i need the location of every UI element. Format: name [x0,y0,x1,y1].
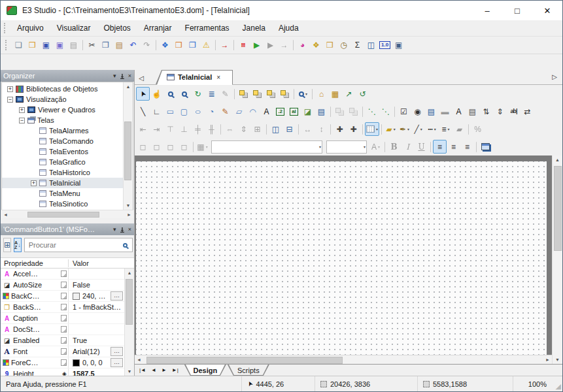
separator[interactable]: ▾ [193,142,194,152]
scroll-left-icon[interactable]: ◄ [1,210,10,219]
ellipsis-button[interactable]: … [111,358,123,367]
nudge-vertical-button[interactable]: ✚▾ [347,122,360,136]
separator[interactable]: ▾ [312,89,313,99]
panel-menu-icon[interactable]: ▾ [113,226,116,233]
menu-item[interactable]: Ferramentas [179,22,236,35]
line-tool-button[interactable]: ╲▾ [136,105,150,118]
tab-scroll-back-icon[interactable]: ◁ [135,71,148,84]
same-width-button[interactable]: ⇔▾ [223,122,237,136]
text-align-left-button[interactable]: ≡▾ [433,140,447,154]
menu-item[interactable]: Janela [236,22,272,35]
alarm-viewer-button[interactable]: ⌂▾ [315,87,328,101]
scrollbar-tool-button[interactable]: ⇕▾ [493,105,507,118]
scroll-left-icon[interactable]: ◄ [135,355,143,364]
text-tool-button[interactable]: A▾ [260,105,273,118]
combobox-tool-button[interactable]: ▤▾ [424,105,438,118]
canvas-hscrollbar[interactable]: ◄ ► [135,355,552,364]
export-button[interactable]: →▾ [218,39,231,52]
bring-forward-button[interactable]: ▾ [264,87,278,101]
query-button[interactable]: ↺▾ [356,87,369,101]
textbox-tool-button[interactable]: ab|▾ [507,105,520,118]
tree-item[interactable]: TelaMenu [2,188,123,199]
separator[interactable]: ▾ [266,124,267,135]
background-fill-button[interactable]: ▰▾ [452,122,466,136]
tree-item[interactable]: − Telas [2,115,123,125]
scrollbar-thumb[interactable] [554,166,562,251]
ellipsis-button[interactable]: … [111,291,123,301]
tree-expander[interactable]: − [19,118,25,123]
organizer-hscrollbar[interactable]: ◄ ► [1,210,133,218]
property-row[interactable]: A DocSt… … [1,324,124,335]
size-height-button[interactable]: ◻▾ [150,140,163,154]
arc-tool-button[interactable]: ◔▾ [205,105,218,118]
center-vertical-button[interactable]: ╪▾ [191,122,205,136]
last-record-button[interactable]: ►| [170,367,180,373]
tab-scripts[interactable]: Scripts [228,365,269,376]
redo-button[interactable]: ↷▾ [140,39,154,52]
scale-tool-button[interactable]: ▤▾ [315,105,328,118]
separator[interactable]: ▾ [362,106,363,117]
design-canvas[interactable] [136,161,547,355]
tree-expander[interactable]: + [19,107,25,113]
tree-item[interactable]: TelaSinotico [2,199,123,209]
tree-item[interactable]: TelaHistorico [2,167,123,178]
scroll-right-icon[interactable]: ► [125,210,133,219]
object-browser-button[interactable]: ❖▾ [309,39,323,52]
tree-item[interactable]: TelaAlarmes [2,125,123,136]
format-painter-button[interactable]: ▦▾ [196,140,209,154]
screen-properties-button[interactable]: ▾ [479,140,492,154]
ungroup-button[interactable]: ▾ [347,105,360,118]
zoom-in-button[interactable]: ▾ [163,87,177,101]
tree-item[interactable]: TelaGrafico [2,157,123,167]
center-horiz-screen-button[interactable]: ◫▾ [269,122,282,136]
align-top-button[interactable]: ⊤▾ [163,122,177,136]
library-button[interactable]: ❒▾ [323,39,337,52]
separator[interactable]: ▾ [293,40,294,50]
menu-item[interactable]: Visualizar [50,22,97,35]
panel-splitter[interactable] [1,218,134,223]
size-both-button[interactable]: ◻▾ [163,140,177,154]
tree-expander[interactable]: − [7,97,13,103]
commandbutton-tool-button[interactable]: ▬▾ [438,105,452,118]
size-to-grid-button[interactable]: ◻▾ [177,140,191,154]
center-horizontal-button[interactable]: ╫▾ [205,122,218,136]
label-tool-button[interactable]: A▾ [452,105,466,118]
scroll-right-icon[interactable]: ► [543,355,552,364]
align-bottom-button[interactable]: ⊥▾ [177,122,191,136]
organizer-vscrollbar[interactable]: ▲ ▼ [123,82,133,210]
grid-toggle-button[interactable]: ▾ [365,122,379,136]
same-size-button[interactable]: ⊞▾ [250,122,264,136]
separator[interactable]: ▾ [233,40,234,50]
property-search-input[interactable] [27,240,123,250]
separator[interactable]: ▾ [362,124,363,135]
tree-item[interactable]: TelaEventos [2,146,123,157]
rounded-rect-tool-button[interactable]: ▢▾ [177,105,191,118]
menu-item[interactable]: Ajuda [272,22,305,35]
font-color-button[interactable]: A▾ [369,140,383,154]
text-align-right-button[interactable]: ≡▾ [460,140,474,154]
maximize-button[interactable]: □ [502,1,532,20]
property-row[interactable]: A Caption … [1,313,124,324]
space-down-button[interactable]: ↕▾ [315,122,328,136]
run-application-button[interactable]: ▶▾ [250,39,264,52]
property-row[interactable]: ❐ BackS… 1 - fmBackSt… … [1,302,124,313]
scroll-down-icon[interactable]: ▼ [126,367,134,376]
viewer-monitor-button[interactable]: ▣▾ [392,39,405,52]
zoom-region-button[interactable]: ▾ [177,87,191,101]
bring-to-front-button[interactable]: ▾ [237,87,250,101]
text-align-center-button[interactable]: ≡▾ [447,140,460,154]
manual-button[interactable]: ◫▾ [364,39,378,52]
insert-frame-button[interactable]: ❐▾ [186,39,199,52]
alarm-config-button[interactable]: ⚠▾ [199,39,213,52]
tab-order-button[interactable]: ≣▾ [205,87,218,101]
separator[interactable]: ▾ [234,89,235,99]
underline-button[interactable]: U▾ [415,140,428,154]
display-tool-button[interactable]: .2▾ [273,105,287,118]
fill-effect-button[interactable]: %▾ [471,122,485,136]
prev-record-button[interactable]: ◄ [149,367,158,373]
brush-button[interactable]: ✒▾ [398,122,411,136]
property-search-box[interactable] [24,238,133,252]
paste-button[interactable]: ▤▾ [112,39,126,52]
document-tab-telainicial[interactable]: TelaInicial × [156,70,233,84]
scroll-down-icon[interactable]: ▼ [553,355,562,364]
